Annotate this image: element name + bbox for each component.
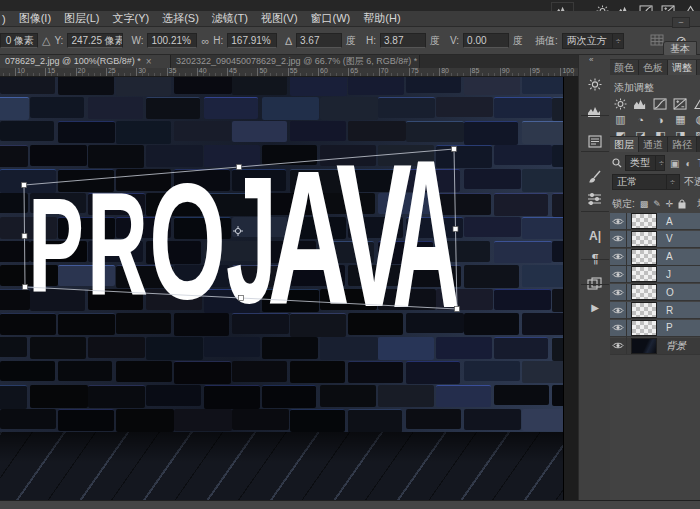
- transform-reference-point[interactable]: [233, 226, 243, 236]
- panel-minimize-button[interactable]: –: [672, 17, 690, 28]
- link-dimensions-icon[interactable]: ∞: [201, 35, 209, 47]
- layers-panel-tab[interactable]: 路径: [668, 137, 697, 152]
- exposure-icon[interactable]: [672, 97, 689, 110]
- layer-row-O[interactable]: O: [610, 284, 700, 301]
- curves-icon[interactable]: [652, 97, 669, 110]
- x-position-field[interactable]: 0 像素: [0, 33, 38, 48]
- free-transform-box[interactable]: [0, 77, 563, 500]
- menu-item-5[interactable]: 滤镜(T): [212, 11, 248, 26]
- transform-handle[interactable]: [237, 165, 242, 170]
- layer-thumbnail[interactable]: [631, 266, 657, 282]
- lock-kind-icon-0[interactable]: ▩: [640, 199, 649, 209]
- menu-item-1[interactable]: 图像(I): [19, 11, 51, 26]
- visibility-eye-icon[interactable]: [610, 284, 627, 301]
- filter-kind-icon-1[interactable]: ◐: [685, 158, 691, 169]
- layers-panel-tab[interactable]: 图层: [610, 137, 639, 152]
- expand-dock-icon[interactable]: «: [589, 55, 593, 64]
- layer-thumbnail[interactable]: [631, 338, 657, 354]
- visibility-eye-icon[interactable]: [610, 248, 627, 265]
- layer-row-J[interactable]: J: [610, 266, 700, 283]
- close-tab-icon[interactable]: ×: [146, 55, 152, 68]
- panel-tab[interactable]: 色板: [639, 60, 668, 75]
- lock-kind-icon-1[interactable]: ✎: [653, 199, 661, 209]
- visibility-eye-icon[interactable]: [610, 319, 627, 336]
- rotate-icon: ∆: [285, 35, 292, 47]
- visibility-eye-icon[interactable]: [610, 213, 627, 230]
- transform-handle[interactable]: [22, 183, 27, 188]
- blend-mode-dropdown[interactable]: 正常 ÷: [612, 174, 680, 190]
- layer-row-A[interactable]: A: [610, 213, 700, 230]
- panel-tab[interactable]: 颜色: [610, 60, 639, 75]
- vskew-field[interactable]: 0.00: [463, 33, 509, 48]
- document-tab-bar: 078629_2.jpg @ 100%(RGB/8#) * × 3202322_…: [0, 55, 578, 68]
- layer-thumbnail[interactable]: [631, 213, 657, 229]
- menu-item-7[interactable]: 窗口(W): [311, 11, 351, 26]
- visibility-eye-icon[interactable]: [610, 266, 627, 283]
- height-field[interactable]: 167.91%: [227, 33, 277, 48]
- layer-row-V[interactable]: V: [610, 231, 700, 248]
- black-white-icon[interactable]: ◑: [652, 113, 669, 126]
- menu-item-3[interactable]: 文字(Y): [113, 11, 150, 26]
- transform-handle[interactable]: [23, 285, 28, 290]
- menu-bar: )图像(I)图层(L)文字(Y)选择(S)滤镜(T)视图(V)窗口(W)帮助(H…: [0, 11, 700, 27]
- layer-thumbnail[interactable]: [631, 320, 657, 336]
- blend-mode-row: 正常 ÷ 不透明: [612, 174, 700, 190]
- layer-thumbnail[interactable]: [631, 284, 657, 300]
- hskew-label: H:: [366, 35, 376, 46]
- transform-handle[interactable]: [453, 227, 458, 232]
- filter-type-dropdown[interactable]: 类型 ÷: [625, 155, 665, 171]
- rotate-field[interactable]: 3.67: [296, 33, 342, 48]
- photo-filter-icon[interactable]: ▦: [672, 113, 689, 126]
- visibility-eye-icon[interactable]: [610, 302, 627, 319]
- layer-row-背景[interactable]: 背景: [610, 338, 700, 355]
- clone-source-panel-icon[interactable]: [579, 271, 611, 295]
- histogram-panel-icon[interactable]: [579, 99, 611, 123]
- hue-saturation-icon[interactable]: ▥: [612, 113, 629, 126]
- brush-panel-icon[interactable]: [579, 164, 611, 188]
- menu-item-8[interactable]: 帮助(H): [363, 11, 400, 26]
- filter-kind-icon-0[interactable]: ▣: [670, 158, 679, 169]
- layers-panel-tab[interactable]: 通道: [639, 137, 668, 152]
- document-canvas[interactable]: PROJAVA: [0, 77, 563, 500]
- transform-handle[interactable]: [239, 296, 244, 301]
- actions-panel-icon[interactable]: ▶: [579, 295, 611, 319]
- layer-row-P[interactable]: P: [610, 320, 700, 337]
- photoshop-window: )图像(I)图层(L)文字(Y)选择(S)滤镜(T)视图(V)窗口(W)帮助(H…: [0, 0, 700, 509]
- character-panel-icon[interactable]: A|: [579, 224, 611, 248]
- layer-row-R[interactable]: R: [610, 302, 700, 319]
- menu-item-4[interactable]: 选择(S): [162, 11, 199, 26]
- transform-handle[interactable]: [22, 234, 27, 239]
- layer-thumbnail[interactable]: [631, 249, 657, 265]
- panel-tab[interactable]: 调整: [668, 60, 697, 75]
- lock-all-icon[interactable]: [678, 195, 686, 213]
- transform-handle[interactable]: [452, 147, 457, 152]
- width-field[interactable]: 100.21%: [147, 33, 197, 48]
- document-tab[interactable]: 3202322_090450078629_2.jpg @ 66.7% (图层 6…: [171, 55, 420, 68]
- menu-item-0[interactable]: ): [2, 13, 6, 25]
- y-position-field[interactable]: 247.25 像素: [67, 33, 123, 48]
- brightness-contrast-icon[interactable]: [612, 97, 629, 110]
- ruler-number: 40: [199, 68, 207, 74]
- layer-thumbnail[interactable]: [631, 302, 657, 318]
- tool-presets-panel-icon[interactable]: [579, 186, 611, 210]
- adjustments-panel-icon[interactable]: [579, 72, 611, 96]
- layer-row-A[interactable]: A: [610, 249, 700, 266]
- transform-handle[interactable]: [455, 307, 460, 312]
- channel-mixer-icon[interactable]: ◍: [692, 113, 700, 126]
- transform-outline: [24, 149, 457, 309]
- interpolation-dropdown[interactable]: 两次立方 ÷: [562, 33, 624, 49]
- relative-position-icon[interactable]: △: [42, 34, 50, 47]
- visibility-eye-icon[interactable]: [610, 337, 627, 354]
- visibility-eye-icon[interactable]: [610, 230, 627, 247]
- color-balance-icon[interactable]: ◔: [632, 113, 649, 126]
- menu-item-6[interactable]: 视图(V): [261, 11, 298, 26]
- info-panel-icon[interactable]: [579, 129, 611, 153]
- menu-item-2[interactable]: 图层(L): [64, 11, 99, 26]
- vibrance-icon[interactable]: [692, 97, 700, 110]
- layer-thumbnail[interactable]: [631, 231, 657, 247]
- lock-kind-icon-2[interactable]: ✛: [666, 199, 674, 209]
- document-tab[interactable]: 078629_2.jpg @ 100%(RGB/8#) * ×: [0, 55, 171, 68]
- warp-mode-icon[interactable]: [650, 32, 664, 50]
- hskew-field[interactable]: 3.87: [380, 33, 426, 48]
- levels-icon[interactable]: [632, 97, 649, 110]
